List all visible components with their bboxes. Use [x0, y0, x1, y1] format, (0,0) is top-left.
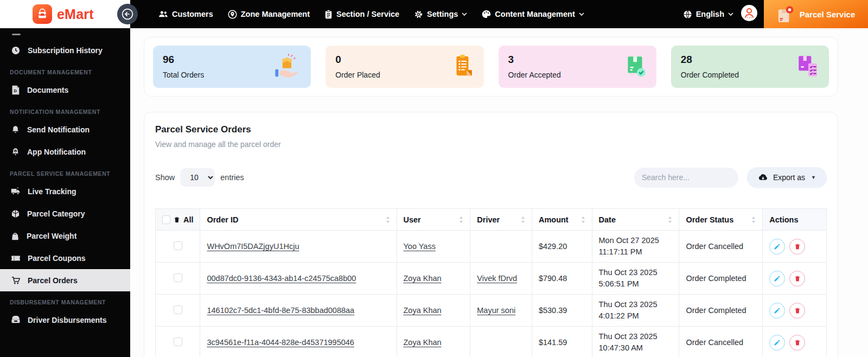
driver-link[interactable]: Mayur soni	[477, 306, 515, 315]
stat-card-order-placed: 0 Order Placed	[326, 46, 483, 88]
row-checkbox[interactable]	[174, 273, 182, 282]
sidebar-item-subscription-history[interactable]: Subscription History	[0, 39, 130, 61]
nav-content-management[interactable]: Content Management	[482, 10, 584, 18]
amount-cell: $530.39	[532, 295, 592, 327]
orders-table: All Order ID User Driver Amount Date Ord…	[155, 208, 827, 357]
sidebar-section-document-management: DOCUMENT MANAGEMENT	[0, 61, 130, 79]
edit-button[interactable]	[769, 271, 785, 286]
row-checkbox[interactable]	[174, 305, 182, 314]
order-id-link[interactable]: 146102c7-5dc1-4bfd-8e75-83bbad0088aa	[207, 306, 354, 315]
palette-icon	[482, 10, 491, 18]
emart-logo-icon	[33, 4, 52, 24]
delete-button[interactable]	[789, 239, 805, 254]
edit-button[interactable]	[769, 239, 785, 254]
table-row: WHvOm7I5DAZjgyU1Hcju Yoo Yass $429.20 Mo…	[156, 231, 827, 263]
delete-button[interactable]	[789, 335, 805, 350]
nav-settings[interactable]: Settings	[414, 10, 467, 19]
chevron-down-icon	[462, 12, 467, 16]
clock-icon	[11, 46, 21, 55]
status-cell: Order Completed	[679, 295, 763, 327]
row-checkbox[interactable]	[174, 337, 182, 346]
trash-icon	[794, 339, 801, 346]
sidebar-item-driver-disbursements[interactable]: Driver Disbursements	[0, 309, 130, 331]
nav-right-cluster: English	[683, 5, 764, 23]
weight-icon	[11, 231, 20, 241]
cart-icon	[11, 276, 21, 285]
clipboard-icon	[324, 10, 333, 19]
col-order-id[interactable]: Order ID	[200, 209, 397, 231]
collapse-sidebar-button[interactable]	[117, 4, 138, 24]
col-driver[interactable]: Driver	[470, 209, 532, 231]
trash-icon	[174, 216, 180, 224]
user-link[interactable]: Zoya Khan	[404, 306, 442, 315]
page-title: Parcel Service Orders	[155, 124, 827, 135]
sidebar-item-app-notification[interactable]: z App Notification	[0, 141, 130, 163]
select-all-header: All	[156, 209, 200, 231]
sort-icon	[668, 216, 672, 224]
pencil-icon	[774, 339, 781, 346]
sidebar-item-send-notification[interactable]: Send Notification	[0, 118, 130, 141]
nav-items: Customers Zone Management Section / Serv…	[158, 10, 584, 19]
user-link[interactable]: Zoya Khan	[404, 274, 442, 283]
sidebar-item-parcel-coupons[interactable]: Parcel Coupons	[0, 247, 130, 269]
order-id-link[interactable]: 3c94561e-f11a-4044-828e-d45371995046	[207, 338, 354, 347]
package-check-icon	[623, 53, 648, 81]
sidebar-item-parcel-category[interactable]: Parcel Category	[0, 202, 130, 225]
cloud-download-icon	[758, 173, 768, 182]
users-icon	[158, 10, 168, 18]
sidebar-section-parcel-service-management: PARCEL SERVICE MANAGEMENT	[0, 163, 130, 180]
cube-icon	[11, 209, 20, 219]
brand-logo[interactable]: eMart	[0, 0, 130, 28]
parcel-service-switcher[interactable]: Parcel Service	[764, 0, 868, 28]
nav-section-service[interactable]: Section / Service	[324, 10, 399, 19]
col-amount[interactable]: Amount	[532, 209, 592, 231]
sidebar-item-live-tracking[interactable]: Live Tracking	[0, 180, 130, 202]
sort-icon	[459, 216, 463, 224]
sort-icon	[581, 216, 585, 224]
sidebar-section-disbursement-management: DISBURSEMENT MANAGEMENT	[0, 291, 130, 309]
table-row: 146102c7-5dc1-4bfd-8e75-83bbad0088aa Zoy…	[156, 295, 827, 327]
sidebar-section-notification-management: NOTIFICATION MANAGEMENT	[0, 101, 130, 118]
sort-icon	[751, 216, 756, 224]
sidebar-item-parcel-orders[interactable]: Parcel Orders	[0, 269, 130, 291]
sidebar-item-parcel-weight[interactable]: Parcel Weight	[0, 225, 130, 247]
chevron-down-icon	[728, 12, 733, 16]
search-input[interactable]	[642, 173, 740, 182]
col-user[interactable]: User	[397, 209, 470, 231]
language-selector[interactable]: English	[683, 10, 733, 19]
edit-button[interactable]	[769, 303, 785, 318]
globe-icon	[683, 10, 692, 19]
entries-label: entries	[220, 173, 244, 182]
driver-link[interactable]: Vivek fDrvd	[477, 274, 517, 283]
order-id-link[interactable]: 00d87dc0-9136-4343-ab14-c24575ca8b00	[207, 274, 356, 283]
location-icon	[228, 10, 237, 19]
box-hand-icon	[273, 53, 302, 81]
col-date[interactable]: Date	[592, 209, 679, 231]
page-size-select[interactable]: 10	[180, 168, 215, 187]
edit-button[interactable]	[769, 335, 785, 350]
status-cell: Order Cancelled	[679, 327, 763, 357]
delete-button[interactable]	[789, 271, 805, 286]
caret-down-icon: ▼	[811, 175, 816, 180]
ticket-icon	[11, 254, 21, 263]
col-order-status[interactable]: Order Status	[679, 209, 763, 231]
user-link[interactable]: Yoo Yass	[404, 242, 436, 251]
sidebar-item-partial[interactable]	[0, 29, 130, 39]
sidebar-item-documents[interactable]: D Documents	[0, 79, 130, 101]
table-controls: Show 10 entries Export as ▼	[155, 167, 827, 188]
row-checkbox[interactable]	[174, 241, 182, 250]
status-cell: Order Completed	[679, 263, 763, 295]
avatar[interactable]	[741, 5, 757, 23]
nav-customers[interactable]: Customers	[158, 10, 213, 18]
show-label: Show	[155, 173, 175, 182]
status-cell: Order Cancelled	[679, 231, 763, 263]
select-all-checkbox[interactable]	[162, 215, 170, 224]
date-cell: Thu Oct 23 20254:01:22 PM	[592, 295, 679, 327]
trash-icon	[794, 243, 801, 250]
export-as-button[interactable]: Export as ▼	[747, 167, 827, 188]
user-link[interactable]: Zoya Khan	[404, 338, 442, 347]
order-id-link[interactable]: WHvOm7I5DAZjgyU1Hcju	[207, 242, 299, 251]
delete-button[interactable]	[789, 303, 805, 318]
top-navbar: eMart Customers Zone Management Section …	[0, 0, 868, 28]
nav-zone-management[interactable]: Zone Management	[228, 10, 310, 19]
